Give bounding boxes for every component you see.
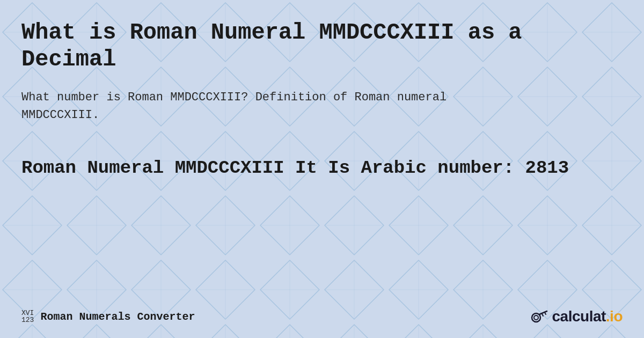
footer: XVI 123 Roman Numerals Converter calcula… (21, 307, 623, 326)
calculat-logo: calculat.io (530, 307, 623, 326)
calculat-brand-text: calculat.io (552, 308, 623, 325)
roman-numeral-icon: XVI 123 (21, 310, 34, 324)
result-title: Roman Numeral MMDCCCXIII It Is Arabic nu… (21, 156, 623, 180)
calculat-icon (530, 307, 549, 326)
dot-io: .io (606, 308, 623, 325)
result-section: Roman Numeral MMDCCCXIII It Is Arabic nu… (21, 156, 623, 201)
svg-line-8 (545, 312, 546, 314)
svg-point-6 (534, 315, 538, 320)
svg-line-9 (542, 314, 543, 316)
description-text: What number is Roman MMDCCCXIII? Definit… (21, 89, 504, 124)
main-title: What is Roman Numeral MMDCCCXIII as a De… (21, 19, 623, 74)
roman-icon-bottom: 123 (21, 317, 34, 324)
footer-left: XVI 123 Roman Numerals Converter (21, 310, 195, 324)
brand-name: Roman Numerals Converter (40, 311, 195, 323)
